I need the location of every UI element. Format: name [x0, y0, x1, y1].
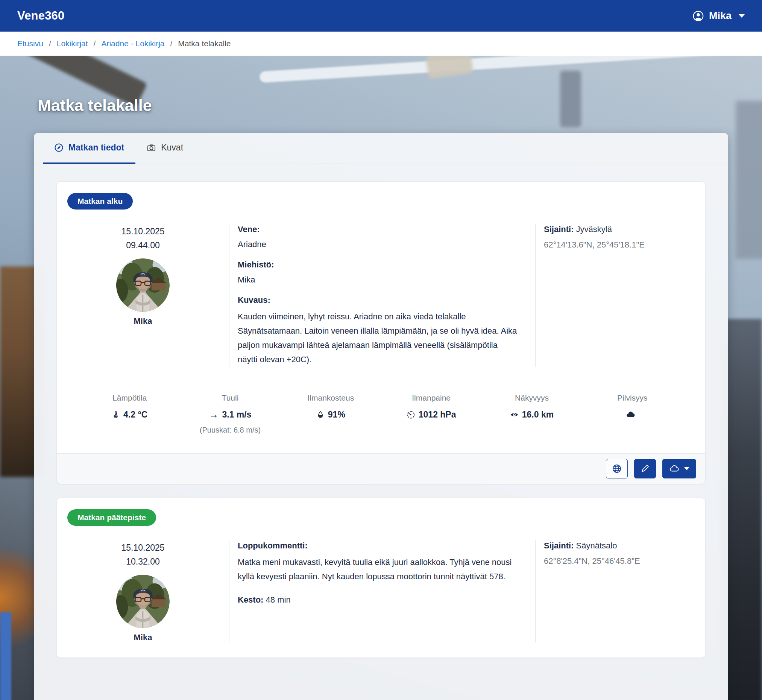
wind-arrow-icon: → [209, 411, 219, 418]
chevron-down-icon [684, 467, 689, 470]
tab-kuvat[interactable]: Kuvat [136, 133, 194, 164]
breadcrumb-separator: / [94, 39, 96, 48]
badge-row: Matkan päätepiste [57, 498, 705, 526]
photo-post [560, 71, 581, 127]
weather-wind: Tuuli → 3.1 m/s (Puuskat: 6.8 m/s) [180, 394, 280, 434]
loppukommentti-text: Matka meni mukavasti, kevyitä tuulia eik… [238, 555, 518, 584]
weather-cloudiness: Pilvisyys [582, 394, 682, 434]
app-window: Vene360 Mika Etusivu / Lokikirjat / Aria… [0, 0, 762, 700]
trip-start-content: 15.10.2025 09.44.00 [57, 209, 705, 382]
breadcrumb-current: Matka telakalle [178, 39, 231, 48]
tab-label: Matkan tiedot [69, 142, 124, 153]
miehisto-value: Mika [238, 275, 524, 285]
sijainti-value: Jyväskylä [576, 225, 612, 234]
edit-button[interactable] [634, 459, 656, 478]
person-circle-icon [692, 10, 704, 22]
wind-gusts: (Puuskat: 6.8 m/s) [180, 426, 280, 434]
tab-bar: Matkan tiedot Kuvat [34, 133, 728, 164]
kesto-value: 48 min [266, 595, 291, 605]
tab-label: Kuvat [161, 142, 183, 153]
pencil-icon [640, 464, 650, 473]
globe-icon [612, 464, 622, 473]
weather-humidity: Ilmankosteus 91% [281, 394, 381, 434]
end-person-name: Mika [57, 633, 229, 642]
breadcrumb-separator: / [49, 39, 51, 48]
start-time: 09.44.00 [57, 239, 229, 252]
photo-rope [259, 56, 762, 83]
trip-start-card: Matkan alku 15.10.2025 09.44.00 [56, 181, 706, 484]
sijainti-label: Sijainti: [544, 541, 573, 550]
start-location-column: Sijainti: Jyväskylä 62°14'13.6"N, 25°45'… [535, 224, 705, 367]
visibility-icon [510, 410, 518, 419]
loppukommentti-label: Loppukommentti: [238, 541, 524, 551]
breadcrumb-lokikirjat[interactable]: Lokikirjat [57, 39, 88, 48]
cloud-sync-button[interactable] [662, 459, 696, 478]
start-details-column: Vene: Ariadne Miehistö: Mika Kuvaus: Kau… [229, 224, 535, 367]
weather-visibility: Näkyvyys 16.0 km [481, 394, 582, 434]
photo-right-mid [735, 101, 762, 259]
page-title: Matka telakalle [37, 96, 152, 115]
cloud-icon [669, 463, 680, 474]
breadcrumb-lokikirja[interactable]: Ariadne - Lokikirja [101, 39, 164, 48]
top-navbar: Vene360 Mika [0, 0, 762, 31]
end-person-column: 15.10.2025 10.32.00 [57, 540, 229, 642]
start-date: 15.10.2025 [57, 225, 229, 239]
kuvaus-text: Kauden viimeinen, lyhyt reissu. Ariadne … [238, 309, 518, 367]
photo-pole [425, 56, 473, 79]
weather-temperature: Lämpötila 4.2 °C [80, 394, 180, 434]
cloudiness-icon [626, 409, 636, 419]
avatar [116, 575, 170, 628]
photo-blue-strip [0, 612, 11, 700]
end-time: 10.32.00 [57, 555, 229, 569]
tab-matkan-tiedot[interactable]: Matkan tiedot [43, 133, 136, 164]
end-details-column: Loppukommentti: Matka meni mukavasti, ke… [229, 540, 535, 642]
end-date: 15.10.2025 [57, 541, 229, 555]
weather-pressure: Ilmanpaine 1012 hPa [381, 394, 481, 434]
weather-strip: Lämpötila 4.2 °C [80, 382, 682, 453]
end-coordinates: 62°8'25.4"N, 25°46'45.8"E [544, 556, 696, 566]
compass-icon [54, 143, 64, 152]
vene-value: Ariadne [238, 240, 524, 249]
breadcrumb: Etusivu / Lokikirjat / Ariadne - Lokikir… [0, 31, 762, 56]
user-menu[interactable]: Mika [692, 10, 745, 22]
end-location-column: Sijainti: Säynätsalo 62°8'25.4"N, 25°46'… [535, 540, 705, 642]
trip-end-card: Matkan päätepiste 15.10.2025 10.32.00 [56, 498, 706, 658]
trip-start-badge: Matkan alku [67, 193, 133, 209]
humidity-icon [316, 410, 325, 419]
hero-photo-background: Matka telakalle Matkan tiedot [0, 56, 762, 700]
map-button[interactable] [606, 459, 628, 478]
trip-start-actions [57, 453, 705, 484]
avatar [116, 258, 170, 312]
pressure-icon [407, 410, 415, 419]
main-panel: Matkan tiedot Kuvat [34, 133, 728, 700]
start-coordinates: 62°14'13.6"N, 25°45'18.1"E [544, 240, 696, 250]
camera-icon [147, 143, 156, 152]
kuvaus-label: Kuvaus: [238, 295, 524, 305]
trip-end-content: 15.10.2025 10.32.00 [57, 526, 705, 658]
breadcrumb-etusivu[interactable]: Etusivu [17, 39, 43, 48]
badge-row: Matkan alku [57, 182, 705, 209]
sijainti-value: Säynätsalo [576, 541, 617, 550]
chevron-down-icon [739, 14, 745, 18]
cards-container: Matkan alku 15.10.2025 09.44.00 [34, 164, 728, 658]
app-brand[interactable]: Vene360 [17, 9, 65, 23]
vene-label: Vene: [238, 225, 524, 234]
start-person-name: Mika [57, 316, 229, 326]
sijainti-label: Sijainti: [544, 225, 573, 234]
kesto-label: Kesto: [238, 595, 263, 605]
miehisto-label: Miehistö: [238, 260, 524, 270]
trip-end-badge: Matkan päätepiste [67, 509, 156, 526]
breadcrumb-separator: / [170, 39, 173, 48]
user-name: Mika [709, 10, 732, 22]
thermometer-icon [112, 410, 120, 419]
start-person-column: 15.10.2025 09.44.00 [57, 224, 229, 367]
